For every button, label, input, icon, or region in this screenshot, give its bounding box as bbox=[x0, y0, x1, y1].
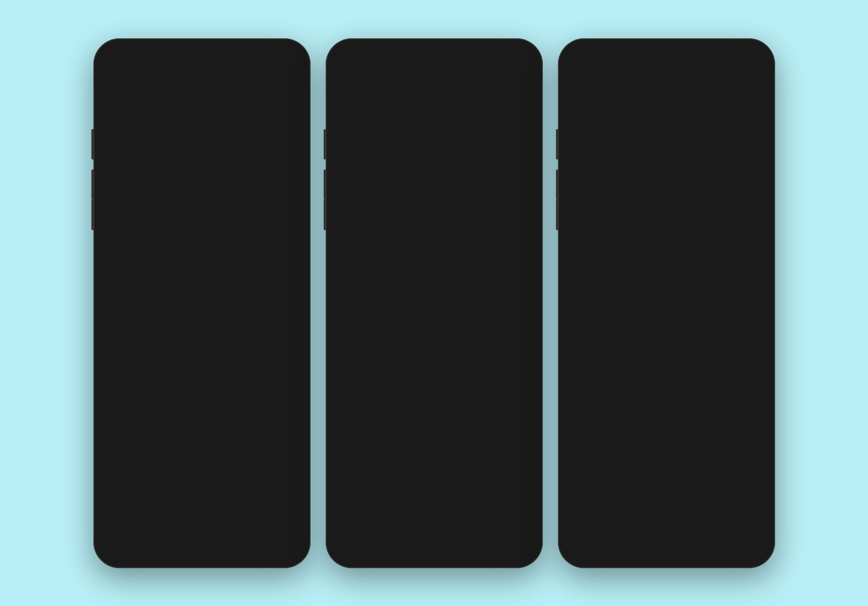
nav-notif-badge-1: 12 bbox=[244, 531, 251, 538]
section-subtitle-3: Configuration bbox=[597, 301, 655, 307]
yacht-dot bbox=[109, 426, 114, 431]
map-zoom-out-button[interactable]: − bbox=[279, 201, 295, 217]
map-locate-button-3[interactable] bbox=[744, 106, 760, 122]
map-locate-button-2[interactable] bbox=[512, 106, 528, 122]
nav-statistics-3[interactable]: Statistics bbox=[613, 533, 638, 553]
nav-trips-icon-3 bbox=[619, 507, 630, 520]
phone-screen-3: ••• + − 📌 ‹ Mileage counters 🌐 bbox=[565, 47, 768, 559]
counter-letter-a-3: A bbox=[573, 319, 584, 330]
nav-units-label-3: Units bbox=[580, 521, 592, 527]
refresh-b-2[interactable]: ↻ bbox=[520, 406, 526, 414]
nav-timeline-icon-3 bbox=[701, 533, 712, 546]
map-pin-3: 📌 bbox=[573, 56, 584, 67]
back-button-2[interactable]: ‹ bbox=[341, 270, 344, 282]
panel-title-2: Engine hours counters bbox=[387, 271, 481, 282]
nav-notifications-2[interactable]: 12 Notifications bbox=[461, 533, 488, 553]
period-tab-1d[interactable]: 1 d. bbox=[109, 318, 120, 329]
counter-name-b-3: Water Supply and Plumbing bbox=[588, 365, 670, 372]
stats-total-value: 583 h. 39 min. bbox=[109, 436, 155, 444]
map-more-button-2[interactable]: ••• bbox=[512, 62, 528, 78]
phone-screen-2: ••• + − 📌 ‹ Engine hours counters 🌐 bbox=[333, 47, 536, 559]
nav-maintenance-3[interactable]: 1 Maintenance bbox=[652, 533, 681, 553]
period-tab-7d[interactable]: 7 d. bbox=[127, 318, 138, 329]
spacer-2 bbox=[333, 429, 536, 528]
nav-subscriptions-1[interactable]: Subscriptions bbox=[185, 533, 216, 553]
approx-b-2: Approximate time (days): 113 bbox=[341, 417, 528, 423]
nav-units-1[interactable]: Units bbox=[109, 533, 134, 553]
stats-content: 1 d. 7 d. 30 d. All 80 70 60 50 40 30 20 bbox=[100, 314, 303, 528]
y-label-10: 10 bbox=[109, 395, 121, 400]
info-icon[interactable]: ⓘ bbox=[173, 424, 180, 433]
counter-date-a-3: 02:21 p.m., 18/07 bbox=[717, 322, 760, 328]
bottom-panel-3: ‹ Mileage counters 🌐 bbox=[565, 264, 768, 559]
period-tab-all[interactable]: All bbox=[169, 318, 178, 329]
nav-more-1[interactable] bbox=[270, 536, 295, 549]
map-navigate-button-2[interactable] bbox=[512, 84, 528, 100]
nav-subscriptions-3[interactable]: 1 Subscriptions bbox=[650, 507, 680, 527]
svg-point-17 bbox=[519, 113, 521, 115]
panel-title-1: Statistics bbox=[183, 271, 221, 282]
nav-more-2[interactable] bbox=[502, 536, 527, 549]
nav-check-icon-3 bbox=[741, 510, 752, 523]
section-title-2: Engine hours counters bbox=[365, 293, 442, 301]
y-label-70: 70 bbox=[109, 346, 121, 351]
map-locate-button[interactable] bbox=[279, 106, 295, 122]
map-zoom-out-2[interactable]: − bbox=[512, 201, 528, 217]
stats-yacht-info: Sailing yacht SLIDE ⓘ from 03:25 p.m. 07… bbox=[109, 420, 295, 436]
nav-sub-badge-3: 1 bbox=[667, 505, 674, 512]
bottom-panel-2: ‹ Engine hours counters 🌐 bbox=[333, 264, 536, 559]
mileage-icon-3 bbox=[573, 291, 591, 309]
counter-date-b-3: 10:20 a.m. bbox=[734, 366, 760, 372]
nav-more-icon-1 bbox=[277, 536, 288, 549]
counter-name-b-2: Cooling system checks bbox=[356, 392, 423, 399]
map-zoom-out-3[interactable]: − bbox=[744, 201, 760, 217]
map-navigate-button[interactable] bbox=[279, 84, 295, 100]
svg-point-18 bbox=[517, 133, 522, 139]
map-pin-2: 📌 bbox=[341, 56, 352, 67]
map-more-button-3[interactable]: ••• bbox=[744, 62, 760, 78]
section-chevron-2[interactable]: ∧ bbox=[521, 294, 528, 305]
section-chevron-3[interactable]: ∧ bbox=[753, 294, 760, 305]
section-chevron-1[interactable]: ∧ bbox=[289, 294, 295, 305]
bottom-nav-1: Units Trips Subscriptions bbox=[100, 528, 303, 559]
nav-trips-1[interactable]: Trips bbox=[147, 533, 172, 553]
panel-globe-2[interactable]: 🌐 bbox=[512, 268, 528, 285]
section-title-1: Engine hours bbox=[133, 293, 190, 301]
nav-notifications-3[interactable]: Notifications bbox=[693, 507, 721, 527]
map-more-button[interactable]: ••• bbox=[279, 62, 295, 78]
svg-point-29 bbox=[751, 113, 753, 115]
panel-globe-3[interactable]: 🌐 bbox=[744, 268, 760, 285]
section-subtitle-2: Configuration bbox=[365, 301, 442, 307]
map-target-button-2[interactable] bbox=[512, 128, 528, 144]
refresh-b-3[interactable]: ↻ bbox=[752, 379, 758, 387]
map-navigate-button-3[interactable] bbox=[744, 84, 760, 100]
nav-trips-3[interactable]: Trips bbox=[611, 507, 637, 527]
nav-sub-icon-2 bbox=[427, 533, 438, 546]
y-label-20: 20 bbox=[109, 387, 121, 392]
refresh-a-2[interactable]: ↻ bbox=[520, 362, 526, 370]
panel-globe-1[interactable]: 🌐 bbox=[279, 268, 295, 285]
nav-notifications-1[interactable]: 12 Notifications bbox=[229, 533, 256, 553]
nav-timeline-3[interactable]: Timeline bbox=[694, 533, 720, 553]
counter-letter-a-2: A bbox=[341, 346, 352, 357]
counter-b-2: B Cooling system checks 10:17 a.m., 20/0… bbox=[333, 385, 536, 429]
back-button-3[interactable]: ‹ bbox=[573, 270, 577, 282]
nav-statistics-label-3: Statistics bbox=[616, 547, 636, 553]
svg-point-11 bbox=[120, 536, 123, 539]
progress-fill-a-2: 92 h. 9 min. / 200 h. bbox=[341, 360, 427, 371]
y-label-0: 0 bbox=[109, 403, 121, 408]
counter-letter-c-3: C bbox=[573, 401, 584, 412]
nav-geofences-3[interactable]: Geofences bbox=[574, 533, 599, 553]
counter-letter-b-2: B bbox=[341, 390, 352, 401]
nav-units-2[interactable]: Units bbox=[341, 533, 366, 553]
nav-check-3[interactable] bbox=[734, 510, 759, 523]
counter-a-3: A Hull and Keel 02:21 p.m., 18/07 1932.3… bbox=[565, 314, 768, 358]
panel-header-2: ‹ Engine hours counters 🌐 bbox=[333, 264, 536, 286]
nav-pin-3[interactable] bbox=[734, 536, 759, 549]
nav-trips-2[interactable]: Trips bbox=[379, 533, 404, 553]
yacht-name-2: Sailing yacht SLIDE bbox=[362, 323, 425, 332]
period-tab-30d[interactable]: 30 d. bbox=[146, 318, 161, 329]
nav-units-3[interactable]: Units bbox=[573, 507, 598, 527]
nav-subscriptions-2[interactable]: Subscriptions bbox=[418, 533, 448, 553]
refresh-a-3[interactable]: ↻ bbox=[752, 335, 758, 343]
